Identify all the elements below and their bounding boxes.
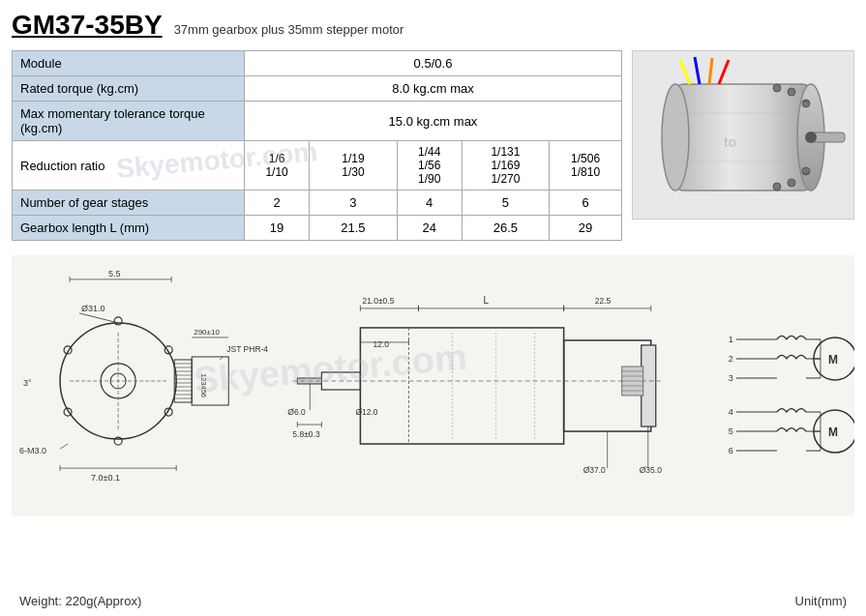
ratio-col-4: 1/1311/1691/270 [462,141,549,191]
motor-svg: to [637,55,850,215]
svg-text:4: 4 [729,407,733,417]
top-section: Module 0.5/0.6 Rated torque (kg.cm) 8.0 … [12,50,854,241]
model-title: GM37-35BY [12,10,163,41]
weight-label: Weight: 220g(Approx) [19,594,141,608]
module-value: 0.5/0.6 [245,51,622,76]
svg-text:Ø37.0: Ø37.0 [583,465,606,475]
svg-point-2 [662,84,689,191]
svg-text:M: M [828,425,838,439]
svg-text:290±10: 290±10 [194,328,220,337]
svg-text:3°: 3° [23,378,32,388]
svg-text:Ø12.0: Ø12.0 [355,407,377,417]
rated-torque-value: 8.0 kg.cm max [245,76,622,102]
svg-text:5.5: 5.5 [108,269,121,279]
svg-text:123456: 123456 [199,373,208,397]
reduction-ratio-label: Reduction ratio [13,141,245,191]
gear-stage-4: 5 [462,191,549,216]
footer: Weight: 220g(Approx) Unit(mm) [0,594,866,608]
gear-stage-1: 2 [245,191,310,216]
svg-point-7 [788,179,795,187]
svg-text:5: 5 [729,426,733,436]
gearbox-length-1: 19 [245,216,310,241]
max-torque-value: 15.0 kg.cm max [245,102,622,141]
svg-text:6-M3.0: 6-M3.0 [19,446,46,455]
unit-label: Unit(mm) [795,594,847,608]
gear-stage-2: 3 [310,191,397,216]
svg-point-9 [773,183,781,191]
svg-text:21.0±0.5: 21.0±0.5 [362,296,394,306]
svg-text:5.8±0.3: 5.8±0.3 [292,429,320,439]
svg-text:M: M [828,353,838,367]
gearbox-length-4: 26.5 [462,216,549,241]
svg-rect-0 [675,84,811,191]
svg-text:Ø31.0: Ø31.0 [81,304,105,313]
gear-stage-3: 4 [397,191,462,216]
model-subtitle: 37mm gearbox plus 35mm stepper motor [174,22,404,37]
svg-point-10 [805,132,817,143]
svg-text:22.5: 22.5 [595,296,612,306]
drawing-area: Ø31.0 5.5 7.0±0.1 [12,250,854,521]
gear-stage-5: 6 [550,191,622,216]
svg-text:Ø35.0: Ø35.0 [640,465,662,475]
svg-line-12 [695,57,700,84]
svg-line-14 [719,60,729,84]
svg-text:3: 3 [729,373,733,383]
svg-rect-20 [12,255,854,516]
svg-text:JST PHR-4: JST PHR-4 [226,344,268,354]
svg-text:2: 2 [729,354,733,364]
svg-text:1: 1 [729,335,733,344]
svg-text:6: 6 [729,446,733,455]
gearbox-length-label: Gearbox length L (mm) [13,216,245,241]
ratio-col-5: 1/5061/810 [550,141,622,191]
header: GM37-35BY 37mm gearbox plus 35mm stepper… [12,10,854,41]
svg-text:Ø6.0: Ø6.0 [287,407,306,417]
gear-stages-label: Number of gear stages [13,191,245,216]
gearbox-length-5: 29 [550,216,622,241]
ratio-col-3: 1/441/561/90 [397,141,462,191]
svg-line-13 [709,58,712,84]
svg-point-4 [802,100,810,107]
module-label: Module [13,51,245,76]
svg-line-11 [680,60,690,84]
rated-torque-label: Rated torque (kg.cm) [13,76,245,102]
ratio-col-1: 1/61/10 [245,141,310,191]
technical-drawing: Ø31.0 5.5 7.0±0.1 [12,250,854,521]
ratio-col-2: 1/191/30 [310,141,397,191]
specs-table: Module 0.5/0.6 Rated torque (kg.cm) 8.0 … [12,50,622,241]
motor-image: to [632,50,854,220]
gearbox-length-3: 24 [397,216,462,241]
svg-point-8 [773,84,781,92]
svg-text:to: to [724,134,736,150]
svg-text:L: L [484,295,490,306]
svg-text:12.0: 12.0 [373,339,389,349]
gearbox-length-2: 21.5 [310,216,397,241]
max-torque-label: Max momentary tolerance torque (kg.cm) [13,102,245,141]
svg-text:7.0±0.1: 7.0±0.1 [91,473,120,483]
svg-point-6 [788,88,795,96]
svg-point-5 [802,167,810,175]
